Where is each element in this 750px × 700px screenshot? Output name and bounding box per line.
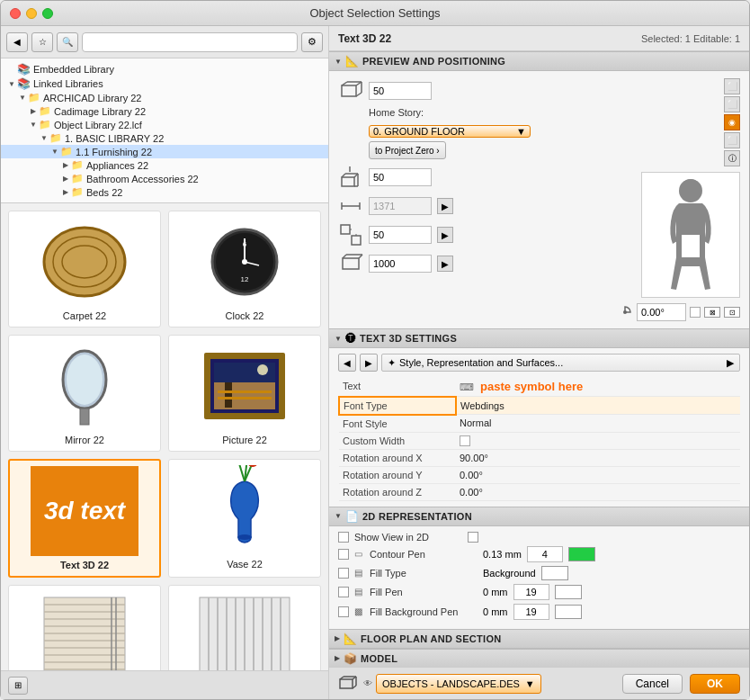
blinds2-preview xyxy=(191,591,299,670)
folder-icon: 📁 xyxy=(28,92,40,103)
grid-item-picture[interactable]: Picture 22 xyxy=(168,335,321,452)
add-button[interactable]: ⊞ xyxy=(8,677,28,695)
svg-point-18 xyxy=(257,364,268,375)
rot-x-label: Rotation around X xyxy=(339,449,456,466)
filltype-swatch[interactable] xyxy=(541,566,568,580)
tree-item-beds[interactable]: ▶ 📁 Beds 22 xyxy=(1,185,328,199)
nav-prev-button[interactable]: ◀ xyxy=(338,354,356,372)
preview-right: ⬜ ⬜ ◉ ⬜ ⓘ xyxy=(617,78,740,321)
tree-item-cadimage[interactable]: ▶ 📁 Cadimage Library 22 xyxy=(1,104,328,118)
grid-item-clock[interactable]: 12 6 Clock 22 xyxy=(168,211,321,328)
showview-checkbox-left[interactable] xyxy=(338,532,349,543)
folder-icon: 📁 xyxy=(49,132,62,144)
checkbox-1[interactable] xyxy=(690,307,701,318)
fillpen-number[interactable] xyxy=(513,584,549,600)
section-header-floorplan[interactable]: ▶ 📐 FLOOR PLAN AND SECTION xyxy=(329,629,749,649)
view-btn-4[interactable]: ⬜ xyxy=(724,132,740,148)
tree-item-objectlib[interactable]: ▼ 📁 Object Library 22.lcf xyxy=(1,118,328,131)
svg-rect-19 xyxy=(225,382,232,408)
height-input[interactable] xyxy=(369,255,432,273)
object-title: Text 3D 22 xyxy=(338,32,391,45)
maximize-button[interactable] xyxy=(42,8,53,19)
tree-item-bathroom[interactable]: ▶ 📁 Bathroom Accessories 22 xyxy=(1,172,328,185)
favorites-button[interactable]: ☆ xyxy=(31,32,53,52)
tree-item-basiclib[interactable]: ▼ 📁 1. BASIC LIBRARY 22 xyxy=(1,131,328,145)
grid-item-blinds1[interactable] xyxy=(8,585,161,670)
left-toolbar: ◀ ☆ 🔍 ⚙ xyxy=(1,26,328,58)
main-window: Object Selection Settings ◀ ☆ 🔍 ⚙ xyxy=(0,0,750,700)
cancel-button[interactable]: Cancel xyxy=(622,674,683,694)
grid-container: Carpet 22 12 6 xyxy=(8,211,321,670)
fillbgpen-checkbox[interactable] xyxy=(338,606,349,617)
close-button[interactable] xyxy=(10,8,21,19)
settings-row-rotx: Rotation around X 90.00° xyxy=(339,449,740,466)
position-x-input[interactable] xyxy=(369,82,432,100)
ok-button[interactable]: OK xyxy=(690,674,740,694)
view-btn-1[interactable]: ⬜ xyxy=(724,78,740,94)
section-header-2d[interactable]: ▼ 📄 2D REPRESENTATION xyxy=(329,507,749,526)
rot-y-value: 0.00° xyxy=(456,466,740,483)
view-controls: ⬜ ⬜ ◉ ⬜ ⓘ xyxy=(724,78,740,166)
grid-item-mirror[interactable]: Mirror 22 xyxy=(8,335,161,452)
section-arrow-model: ▶ xyxy=(335,654,340,662)
grid-item-vase[interactable]: Vase 22 xyxy=(168,459,321,578)
angle-input[interactable] xyxy=(637,303,686,321)
to-project-zero-button[interactable]: to Project Zero › xyxy=(369,141,446,159)
home-story-value: 0. GROUND FLOOR xyxy=(373,126,465,137)
section-header-preview[interactable]: ▼ 📐 PREVIEW AND POSITIONING xyxy=(329,51,749,71)
svg-rect-73 xyxy=(341,225,350,234)
contourpen-number[interactable] xyxy=(527,546,563,562)
tree-item-appliances[interactable]: ▶ 📁 Appliances 22 xyxy=(1,158,328,172)
fillpen-swatch[interactable] xyxy=(555,585,582,599)
tree-item-archicad[interactable]: ▼ 📁 ARCHICAD Library 22 xyxy=(1,91,328,104)
fillbgpen-number[interactable] xyxy=(513,604,549,620)
custom-width-checkbox[interactable] xyxy=(460,435,470,446)
home-story-select[interactable]: 0. GROUND FLOOR ▼ xyxy=(369,125,531,138)
flip-y-button[interactable]: ⊡ xyxy=(724,307,740,318)
search-button[interactable]: 🔍 xyxy=(57,32,78,52)
row-contourpen: ▭ Contour Pen 0.13 mm xyxy=(338,546,740,562)
footer-dropdown-value: OBJECTS - LANDSCAPE.DES xyxy=(382,678,520,689)
settings-row-rotz: Rotation around Z 0.00° xyxy=(339,483,740,500)
view-btn-2[interactable]: ⬜ xyxy=(724,96,740,112)
grid-item-text3d[interactable]: 3d text Text 3D 22 xyxy=(8,459,161,578)
footer-dropdown[interactable]: OBJECTS - LANDSCAPE.DES ▼ xyxy=(376,674,541,694)
flip-x-button[interactable]: ⊠ xyxy=(704,307,720,318)
view-btn-5[interactable]: ⓘ xyxy=(724,150,740,166)
back-button[interactable]: ◀ xyxy=(6,32,28,52)
filltype-value: Background xyxy=(483,568,536,579)
text3d-visual: 3d text xyxy=(31,466,138,556)
project-zero-row: to Project Zero › xyxy=(369,141,608,159)
svg-rect-57 xyxy=(342,85,356,96)
fillpen-checkbox[interactable] xyxy=(338,587,349,597)
contourpen-swatch[interactable] xyxy=(568,547,595,561)
minimize-button[interactable] xyxy=(26,8,37,19)
search-input[interactable] xyxy=(82,32,298,52)
view-btn-3[interactable]: ◉ xyxy=(724,114,740,130)
fillbgpen-swatch[interactable] xyxy=(555,605,582,619)
contourpen-checkbox[interactable] xyxy=(338,549,349,560)
scale-expand[interactable]: ▶ xyxy=(437,227,453,243)
text3d-section-icon: 🅣 xyxy=(345,332,356,345)
nav-next-button[interactable]: ▶ xyxy=(360,354,378,372)
filltype-checkbox[interactable] xyxy=(338,568,349,579)
elevation-input[interactable] xyxy=(369,168,432,186)
dimension-expand[interactable]: ▶ xyxy=(437,198,453,214)
footer-dropdown-arrow: ▼ xyxy=(525,678,535,689)
section-header-text3d[interactable]: ▼ 🅣 TEXT 3D SETTINGS xyxy=(329,328,749,348)
tree-item-linked[interactable]: ▼ 📚 Linked Libraries xyxy=(1,76,328,91)
grid-item-blinds2[interactable] xyxy=(168,585,321,670)
style-selector[interactable]: ✦ Style, Representation and Surfaces... … xyxy=(381,354,740,372)
showview-checkbox-right[interactable] xyxy=(468,532,478,543)
grid-item-carpet[interactable]: Carpet 22 xyxy=(8,211,161,328)
dimension-input[interactable] xyxy=(369,197,432,215)
row-fillpen: ▤ Fill Pen 0 mm xyxy=(338,584,740,600)
section-header-model[interactable]: ▶ 📦 MODEL xyxy=(329,649,749,668)
section-title-model: MODEL xyxy=(361,653,397,664)
tree-item-furnishing[interactable]: ▼ 📁 1.1 Furnishing 22 xyxy=(1,145,328,158)
gear-button[interactable]: ⚙ xyxy=(301,32,323,52)
contourpen-value: 0.13 mm xyxy=(483,549,522,560)
height-expand[interactable]: ▶ xyxy=(437,256,453,272)
tree-item-embedded[interactable]: 📚 Embedded Library xyxy=(1,62,328,76)
scale-input[interactable] xyxy=(369,226,432,244)
